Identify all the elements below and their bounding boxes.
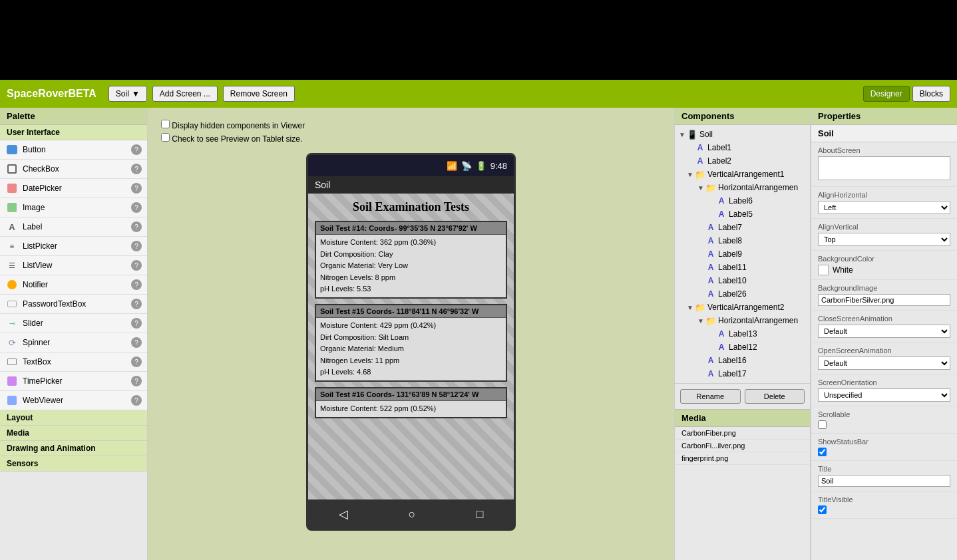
background-color-swatch[interactable]: [818, 265, 829, 275]
soil-screen-icon: 📱: [687, 129, 697, 140]
palette-item-button[interactable]: Button ?: [0, 140, 147, 160]
palette-item-spinner[interactable]: ⟳ Spinner ?: [0, 333, 147, 352]
rename-button[interactable]: Rename: [680, 389, 741, 404]
tree-item-label10[interactable]: A Label10: [696, 274, 810, 287]
app-container: SpaceRoverBETA Soil ▼ Add Screen ... Rem…: [0, 80, 957, 560]
button-help-icon[interactable]: ?: [131, 144, 142, 155]
textbox-help-icon[interactable]: ?: [131, 356, 142, 367]
designer-button[interactable]: Designer: [863, 86, 910, 102]
soil-toggle[interactable]: ▼: [677, 130, 687, 139]
palette-item-image[interactable]: Image ?: [0, 198, 147, 217]
about-screen-input[interactable]: [818, 156, 950, 180]
palette-section-media[interactable]: Media: [0, 426, 147, 441]
checkbox-help-icon[interactable]: ?: [131, 164, 142, 174]
remove-screen-button[interactable]: Remove Screen: [223, 86, 295, 102]
recent-nav-button[interactable]: □: [477, 507, 484, 521]
webviewer-help-icon[interactable]: ?: [131, 395, 142, 406]
slider-help-icon[interactable]: ?: [131, 318, 142, 329]
timepicker-help-icon[interactable]: ?: [131, 376, 142, 386]
checkbox-icon: [5, 162, 19, 176]
properties-header: Properties: [811, 108, 957, 125]
va2-icon: 📁: [695, 302, 705, 313]
palette-item-webviewer[interactable]: WebViewer ?: [0, 391, 147, 410]
palette-item-listpicker[interactable]: ≡ ListPicker ?: [0, 237, 147, 256]
tree-item-label17[interactable]: A Label17: [696, 367, 810, 380]
palette-item-timepicker[interactable]: TimePicker ?: [0, 372, 147, 391]
screen-dropdown[interactable]: Soil ▼: [108, 86, 147, 102]
media-item-1[interactable]: CarbonFiber.png: [675, 427, 810, 440]
tree-item-label1[interactable]: ▶ A Label1: [685, 141, 810, 154]
palette-item-notifier[interactable]: Notifier ?: [0, 275, 147, 295]
align-vertical-select[interactable]: Top Center Bottom: [818, 233, 950, 246]
listview-help-icon[interactable]: ?: [131, 260, 142, 271]
hidden-components-label[interactable]: Display hidden components in Viewer: [161, 120, 305, 130]
tree-item-va2[interactable]: ▼ 📁 VerticalArrangement2: [685, 301, 810, 314]
palette-item-slider[interactable]: ⊸ Slider ?: [0, 314, 147, 333]
close-animation-select[interactable]: Default: [818, 325, 950, 338]
palette-item-label[interactable]: A Label ?: [0, 217, 147, 237]
spinner-help-icon[interactable]: ?: [131, 337, 142, 348]
palette-item-checkbox[interactable]: CheckBox ?: [0, 160, 147, 179]
palette-item-listview[interactable]: ☰ ListView ?: [0, 256, 147, 275]
tree-item-label8[interactable]: A Label8: [696, 234, 810, 247]
tree-item-soil[interactable]: ▼ 📱 Soil: [675, 128, 810, 141]
tree-item-label16[interactable]: A Label16: [696, 354, 810, 367]
passwordtextbox-icon: [5, 297, 19, 311]
add-screen-button[interactable]: Add Screen ...: [152, 86, 218, 102]
title-visible-checkbox[interactable]: [818, 505, 827, 514]
tablet-preview-checkbox[interactable]: [161, 133, 170, 142]
ha2-toggle[interactable]: ▼: [696, 316, 705, 325]
va2-toggle[interactable]: ▼: [685, 303, 695, 312]
label16-icon: A: [705, 355, 716, 366]
show-status-bar-checkbox[interactable]: [818, 448, 827, 456]
media-item-2[interactable]: CarbonFi...ilver.png: [675, 440, 810, 452]
label13-icon: A: [716, 329, 727, 339]
palette-section-sensors[interactable]: Sensors: [0, 456, 147, 472]
screen-orientation-select[interactable]: Unspecified Portrait Landscape: [818, 388, 950, 402]
background-image-input[interactable]: [818, 294, 950, 306]
open-animation-select[interactable]: Default: [818, 356, 950, 370]
listpicker-help-icon[interactable]: ?: [131, 241, 142, 251]
datepicker-help-icon[interactable]: ?: [131, 183, 142, 194]
palette-section-layout[interactable]: Layout: [0, 410, 147, 426]
blocks-button[interactable]: Blocks: [912, 86, 950, 102]
media-item-3[interactable]: fingerprint.png: [675, 452, 810, 465]
phone-nav-bar: ◁ ○ □: [308, 499, 514, 529]
palette-section-drawing[interactable]: Drawing and Animation: [0, 441, 147, 456]
va1-toggle[interactable]: ▼: [685, 170, 695, 179]
delete-button[interactable]: Delete: [745, 389, 805, 404]
tree-item-label11[interactable]: A Label11: [696, 261, 810, 274]
tree-item-va1[interactable]: ▼ 📁 VerticalArrangement1: [685, 168, 810, 181]
label-help-icon[interactable]: ?: [131, 221, 142, 232]
tree-item-label2[interactable]: ▶ A Label2: [685, 154, 810, 168]
palette-item-passwordtextbox[interactable]: PasswordTextBox ?: [0, 295, 147, 314]
scrollable-checkbox[interactable]: [818, 420, 827, 429]
tree-item-ha1[interactable]: ▼ 📁 HorizontalArrangemen: [696, 181, 810, 194]
back-nav-button[interactable]: ◁: [339, 507, 348, 521]
tree-item-label6[interactable]: A Label6: [707, 194, 810, 208]
palette-item-textbox[interactable]: TextBox ?: [0, 352, 147, 372]
title-input[interactable]: [818, 475, 950, 487]
notifier-help-icon[interactable]: ?: [131, 279, 142, 290]
passwordtextbox-help-icon[interactable]: ?: [131, 299, 142, 309]
soil-children: ▶ A Label1 ▶ A Label2 ▼ 📁 VerticalAr: [675, 141, 810, 380]
props-component-name: Soil: [811, 125, 957, 142]
tree-item-label9[interactable]: A Label9: [696, 247, 810, 261]
image-help-icon[interactable]: ?: [131, 202, 142, 213]
background-color-row: White: [818, 265, 950, 275]
palette-item-datepicker[interactable]: DatePicker ?: [0, 179, 147, 198]
tree-item-label7[interactable]: A Label7: [696, 221, 810, 234]
align-horizontal-select[interactable]: Left Center Right: [818, 201, 950, 214]
label1-icon: A: [695, 142, 705, 153]
tree-item-label12[interactable]: A Label12: [707, 341, 810, 354]
hidden-components-checkbox[interactable]: [161, 120, 170, 128]
tree-item-ha2[interactable]: ▼ 📁 HorizontalArrangemen: [696, 314, 810, 327]
tree-item-label26[interactable]: A Label26: [696, 287, 810, 301]
ha1-toggle[interactable]: ▼: [696, 183, 705, 192]
tablet-preview-label[interactable]: Check to see Preview on Tablet size.: [161, 133, 305, 144]
signal-icon: 📡: [461, 161, 472, 171]
tree-item-label5[interactable]: A Label5: [707, 208, 810, 221]
tree-item-label13[interactable]: A Label13: [707, 327, 810, 341]
home-nav-button[interactable]: ○: [409, 507, 416, 521]
phone-title-bar: Soil: [308, 176, 514, 194]
